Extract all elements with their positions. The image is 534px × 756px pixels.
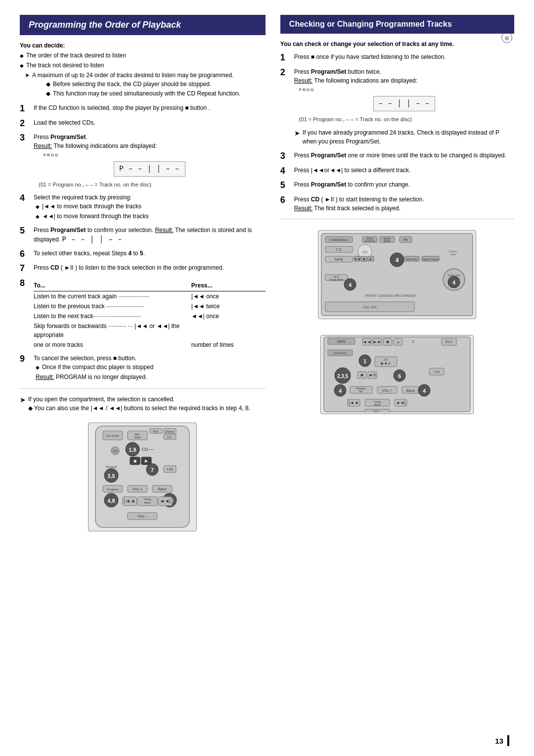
right-step-1: 1 Press ■ once if you have started liste… [280, 52, 514, 63]
right-step-2: 2 Press Program/Set button twice. Result… [280, 67, 514, 124]
svg-text:CD SYNC: CD SYNC [106, 434, 120, 437]
step-number-1: 1 [20, 103, 29, 114]
step-number-4: 4 [20, 193, 29, 204]
arrow-note: ➤ A maximum of up to 24 order of tracks … [25, 71, 266, 98]
step-number-5: 5 [20, 226, 29, 236]
right-step-6: 6 Press CD ( ►II ) to start listening to… [280, 195, 514, 213]
table-row: Skip forwards or backwards ··········· ·… [34, 321, 266, 340]
svg-text:◄◄|: ◄◄| [396, 400, 405, 405]
svg-text:Program: Program [107, 488, 119, 491]
svg-text:4,8: 4,8 [108, 498, 115, 504]
svg-text:CD SYNC: CD SYNC [334, 352, 348, 355]
step-number-7: 7 [20, 263, 29, 274]
right-intro: You can check or change your selection o… [280, 41, 514, 47]
diamond-icon-7: ◆ [36, 364, 40, 371]
right-step-number-3: 3 [280, 151, 289, 162]
step-number-2: 2 [20, 118, 29, 129]
col-press: Press... [191, 280, 266, 291]
svg-text:Mode: Mode [384, 239, 391, 242]
right-column: Checking or Changing Programmed Tracks Y… [280, 15, 514, 536]
right-prog-label: PROG [299, 87, 514, 93]
right-step-2-content: Press Program/Set button twice. Result: … [294, 67, 514, 124]
diamond-icon: ◆ [20, 52, 24, 59]
right-step-4-content: Press |◄◄or◄◄| to select a different tra… [294, 166, 514, 175]
step-2-content: Load the selected CDs. [34, 118, 266, 127]
svg-text:FRONT LOADING MECHANISM: FRONT LOADING MECHANISM [365, 294, 415, 297]
svg-text:Disc Slot: Disc Slot [363, 305, 377, 309]
step-9-content: To cancel the selection, press ■ button.… [34, 354, 266, 382]
svg-text:►: ► [144, 458, 149, 464]
left-section-title: Programming the Order of Playback [20, 15, 266, 35]
svg-text:■: ■ [363, 257, 365, 261]
svg-text:+10: +10 [167, 467, 174, 472]
bottom-note: ➤ If you open the compartment, the selec… [20, 395, 266, 413]
svg-text:3,5: 3,5 [108, 473, 115, 479]
bullet-2: ◆ The track not desired to listen [20, 61, 266, 70]
col-to: To... [34, 280, 191, 291]
right-arrow-icon: ➤ [294, 128, 300, 146]
prog-label: PROG [44, 152, 266, 158]
svg-text:Band: Band [158, 487, 166, 491]
right-display: PROG – – │ │ – – [294, 87, 514, 114]
remote-control-image: CD SYNC REV. Mode RDS Display PTY CD [88, 423, 197, 531]
step-5-content: Press Program/Set to confirm your select… [34, 226, 266, 245]
display-text-right: – – │ │ – – [379, 98, 430, 109]
svg-text:PTY: PTY [446, 340, 453, 344]
step3-display: PROG P – – │ │ – – [34, 152, 266, 180]
stereo-device-image-1: TUNER/Band Dolby Surround Stereo Mode Sk… [318, 230, 476, 319]
right-step-number-1: 1 [280, 52, 289, 63]
right-step-5-content: Press Program/Set to confirm your change… [294, 180, 514, 189]
svg-text:►►: ►► [373, 339, 382, 344]
svg-text:◄◄|: ◄◄| [160, 498, 171, 504]
svg-text:Band: Band [406, 389, 414, 392]
table-row: Listen to the previous track ···········… [34, 301, 266, 311]
you-can-decide-label: You can decide: [20, 42, 266, 49]
arrow-icon: ➤ [25, 71, 30, 80]
step-1-content: If the CD function is selected, stop the… [34, 103, 266, 112]
svg-text:Repeat: Repeat [106, 465, 117, 469]
svg-text:■ ►II: ■ ►II [381, 361, 391, 366]
right-step-6-content: Press CD ( ►II ) to start listening to t… [294, 195, 514, 213]
right-arrow-note: ➤ If you have already programmed 24 trac… [294, 128, 514, 146]
step-3: 3 Press Program/Set. Result: The followi… [20, 133, 266, 189]
display-box-left: P – – │ │ – – [114, 161, 185, 177]
svg-text:◄◄: ◄◄ [362, 339, 371, 344]
step8-table: To... Press... Listen to the current tra… [34, 280, 266, 350]
svg-text:Tuning: Tuning [144, 498, 151, 501]
diamond-icon-2: ◆ [20, 62, 24, 69]
sub-bullet-1: ◆ Before selecting the track, the CD pla… [46, 80, 240, 89]
step-3-content: Press Program/Set. Result: The following… [34, 133, 266, 189]
step-number-9: 9 [20, 354, 29, 365]
diamond-icon-6: ◆ [36, 213, 40, 220]
step-4: 4 Select the required track by pressing:… [20, 193, 266, 222]
sub-bullet-2: ◆ This function may be used simultaneous… [46, 89, 240, 98]
step-number-3: 3 [20, 133, 29, 143]
svg-text:VOL –: VOL – [373, 410, 382, 413]
big-arrow-icon: ➤ [20, 395, 26, 413]
svg-text:TAPE: TAPE [335, 258, 344, 261]
svg-text:2,3,5: 2,3,5 [337, 374, 349, 379]
step-number-6: 6 [20, 249, 29, 260]
svg-text:Set: Set [359, 390, 363, 393]
table-row: Listen to the current track again ······… [34, 291, 266, 301]
svg-text:— CD —: — CD — [136, 447, 154, 452]
step9-bullet-2: Result: PROGRAM is no longer displayed. [36, 373, 266, 381]
svg-text:Mode: Mode [374, 403, 381, 406]
svg-text:6: 6 [398, 373, 401, 379]
page-number-bar [507, 735, 509, 746]
svg-text:7: 7 [151, 467, 154, 473]
svg-text:►II: ►II [369, 373, 376, 378]
table-row: Listen to the next track················… [34, 311, 266, 321]
svg-text:Open/Close: Open/Close [423, 258, 439, 261]
right-step-3: 3 Press Program/Set one or more times un… [280, 151, 514, 162]
step-6-content: To select other tracks, repeat Steps 4 t… [34, 249, 266, 258]
svg-text:4: 4 [396, 257, 399, 264]
svg-text:VOL –: VOL – [138, 515, 148, 518]
step-2: 2 Load the selected CDs. [20, 118, 266, 129]
svg-text:TAPE: TAPE [337, 340, 346, 343]
step-4-content: Select the required track by pressing: ◆… [34, 193, 266, 222]
device-svg-2: TAPE ◄◄ ►► ■ ● S CD SYNC [323, 336, 471, 413]
display-box-right: – – │ │ – – [373, 96, 435, 111]
step-8-content: To... Press... Listen to the current tra… [34, 280, 266, 350]
step-9: 9 To cancel the selection, press ■ butto… [20, 354, 266, 382]
